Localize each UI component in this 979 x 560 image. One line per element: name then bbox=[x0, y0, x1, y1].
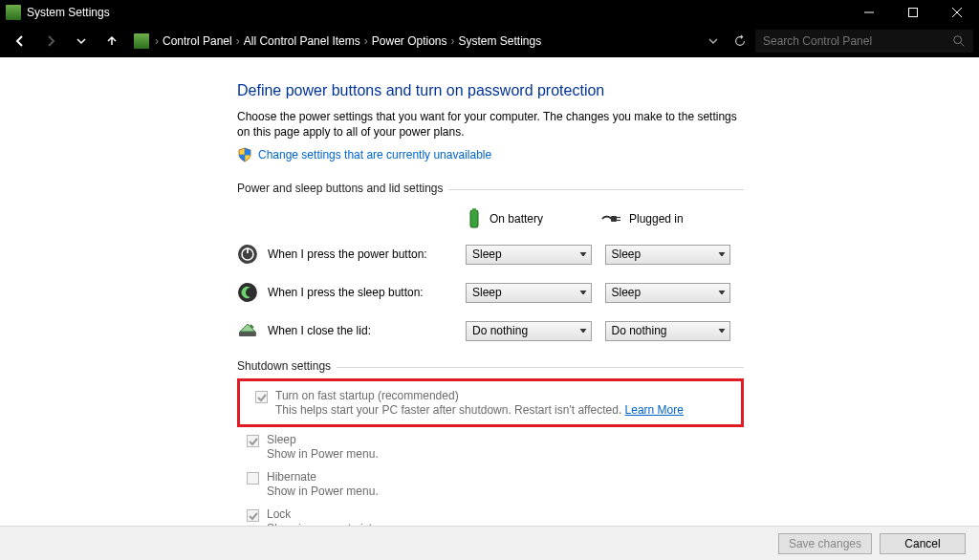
page-heading: Define power buttons and turn on passwor… bbox=[237, 82, 744, 99]
lid-battery-select[interactable]: Do nothing bbox=[466, 321, 591, 341]
svg-point-4 bbox=[954, 36, 962, 44]
hibernate-checkbox[interactable] bbox=[247, 472, 259, 485]
sleep-battery-select[interactable]: Sleep bbox=[466, 283, 591, 303]
fast-startup-sub: This helps start your PC faster after sh… bbox=[275, 403, 684, 417]
option-lock: Lock Show in account picture menu. bbox=[247, 506, 744, 526]
svg-rect-1 bbox=[909, 9, 918, 17]
sleep-sub: Show in Power menu. bbox=[267, 447, 379, 461]
svg-rect-6 bbox=[470, 210, 478, 227]
chevron-down-icon bbox=[579, 327, 587, 334]
lid-plugged-select[interactable]: Do nothing bbox=[605, 321, 730, 341]
svg-rect-8 bbox=[611, 216, 617, 222]
location-icon bbox=[134, 33, 149, 49]
sleep-label: Sleep bbox=[267, 433, 379, 446]
hibernate-sub: Show in Power menu. bbox=[267, 485, 379, 498]
power-plugged-select[interactable]: Sleep bbox=[605, 245, 730, 265]
window-titlebar: System Settings bbox=[0, 0, 979, 25]
fast-startup-label: Turn on fast startup (recommended) bbox=[275, 389, 684, 402]
sleep-checkbox[interactable] bbox=[247, 435, 259, 447]
chevron-down-icon bbox=[579, 289, 587, 296]
crumb-system-settings[interactable]: System Settings bbox=[458, 34, 541, 48]
highlight-box: Turn on fast startup (recommended) This … bbox=[237, 378, 744, 427]
row-close-lid: When I close the lid: Do nothing Do noth… bbox=[237, 312, 744, 350]
admin-link[interactable]: Change settings that are currently unava… bbox=[258, 148, 491, 162]
hibernate-label: Hibernate bbox=[267, 470, 379, 484]
power-icon bbox=[237, 244, 258, 265]
option-sleep: Sleep Show in Power menu. bbox=[247, 431, 744, 463]
svg-rect-7 bbox=[472, 208, 476, 211]
close-button[interactable] bbox=[935, 0, 979, 25]
lid-icon bbox=[237, 320, 258, 341]
up-button[interactable] bbox=[98, 28, 126, 54]
crumb-power-options[interactable]: Power Options bbox=[372, 34, 447, 48]
lock-checkbox[interactable] bbox=[247, 509, 259, 522]
fast-startup-checkbox[interactable] bbox=[255, 391, 268, 403]
back-button[interactable] bbox=[6, 28, 34, 54]
search-box[interactable] bbox=[755, 30, 973, 53]
svg-point-11 bbox=[238, 245, 257, 264]
cancel-button[interactable]: Cancel bbox=[880, 533, 966, 554]
chevron-down-icon bbox=[579, 250, 587, 258]
svg-rect-15 bbox=[239, 332, 256, 336]
row-sleep-button: When I press the sleep button: Sleep Sle… bbox=[237, 273, 744, 312]
option-fast-startup: Turn on fast startup (recommended) This … bbox=[255, 387, 735, 419]
chevron-down-icon bbox=[718, 327, 726, 334]
search-icon bbox=[952, 34, 966, 48]
row-power-label: When I press the power button: bbox=[268, 248, 466, 261]
nav-toolbar: › Control Panel › All Control Panel Item… bbox=[0, 25, 979, 57]
moon-icon bbox=[237, 282, 258, 303]
maximize-button[interactable] bbox=[891, 0, 935, 25]
save-button[interactable]: Save changes bbox=[778, 533, 872, 554]
row-lid-label: When I close the lid: bbox=[268, 324, 466, 337]
section-buttons-title: Power and sleep buttons and lid settings bbox=[237, 182, 443, 195]
content-area: Define power buttons and turn on passwor… bbox=[0, 57, 979, 526]
power-battery-select[interactable]: Sleep bbox=[466, 245, 591, 265]
svg-point-14 bbox=[238, 283, 257, 302]
col-plugged-in: Plugged in bbox=[629, 212, 684, 226]
crumb-all-items[interactable]: All Control Panel Items bbox=[244, 34, 360, 48]
row-power-button: When I press the power button: Sleep Sle… bbox=[237, 235, 744, 273]
footer-bar: Save changes Cancel bbox=[0, 526, 979, 560]
learn-more-link[interactable]: Learn More bbox=[625, 403, 684, 417]
page-description: Choose the power settings that you want … bbox=[237, 109, 744, 140]
chevron-down-icon bbox=[718, 250, 726, 258]
col-on-battery: On battery bbox=[490, 212, 543, 226]
address-dropdown[interactable] bbox=[702, 36, 725, 46]
lock-label: Lock bbox=[267, 507, 424, 521]
sleep-plugged-select[interactable]: Sleep bbox=[605, 283, 730, 303]
forward-button[interactable] bbox=[36, 28, 65, 54]
battery-icon bbox=[467, 208, 482, 229]
search-input[interactable] bbox=[763, 34, 952, 48]
option-hibernate: Hibernate Show in Power menu. bbox=[247, 468, 744, 500]
recent-dropdown[interactable] bbox=[67, 28, 96, 54]
breadcrumb[interactable]: › Control Panel › All Control Panel Item… bbox=[151, 34, 700, 48]
row-sleep-label: When I press the sleep button: bbox=[268, 286, 466, 299]
chevron-down-icon bbox=[718, 289, 726, 296]
refresh-button[interactable] bbox=[727, 34, 753, 48]
minimize-button[interactable] bbox=[847, 0, 891, 25]
svg-line-5 bbox=[961, 43, 965, 47]
crumb-control-panel[interactable]: Control Panel bbox=[163, 34, 232, 48]
shield-icon bbox=[237, 147, 252, 162]
section-shutdown-title: Shutdown settings bbox=[237, 359, 331, 373]
app-icon bbox=[6, 5, 21, 20]
window-title: System Settings bbox=[27, 6, 847, 19]
plug-icon bbox=[600, 212, 621, 226]
